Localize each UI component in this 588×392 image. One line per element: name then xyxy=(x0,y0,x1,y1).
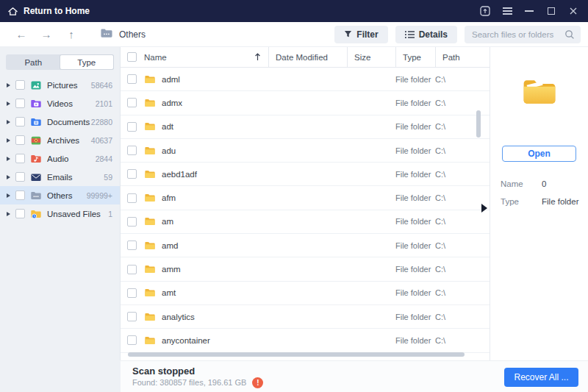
category-count: 22880 xyxy=(91,118,112,126)
sidebar-item-others[interactable]: Others 99999+ xyxy=(0,186,120,204)
column-header-type[interactable]: Type xyxy=(395,47,435,67)
filter-label: Filter xyxy=(356,29,378,40)
folder-icon xyxy=(144,192,156,204)
return-to-home-button[interactable]: Return to Home xyxy=(7,6,90,17)
search-input[interactable] xyxy=(472,30,564,39)
panel-collapse-arrow-icon[interactable] xyxy=(481,204,487,213)
sidebar-item-audio[interactable]: Audio 2844 xyxy=(0,149,120,168)
select-all-checkbox[interactable] xyxy=(127,52,137,62)
category-checkbox[interactable] xyxy=(15,209,25,218)
open-button[interactable]: Open xyxy=(502,146,576,162)
titlebar-controls xyxy=(479,5,579,17)
expand-arrow-icon[interactable] xyxy=(7,138,10,143)
file-row[interactable]: amt File folder C:\ xyxy=(121,282,490,305)
sidebar-item-videos[interactable]: Videos 2101 xyxy=(0,94,120,113)
category-checkbox[interactable] xyxy=(15,99,25,108)
folder-icon xyxy=(144,287,156,299)
category-tree: Pictures 58646 Videos 2101 Documents 228… xyxy=(0,76,120,223)
row-checkbox[interactable] xyxy=(127,217,137,227)
file-type: File folder xyxy=(395,99,435,107)
row-checkbox[interactable] xyxy=(127,74,137,84)
file-row[interactable]: amd File folder C:\ xyxy=(121,234,490,257)
category-checkbox[interactable] xyxy=(15,135,25,145)
row-checkbox[interactable] xyxy=(127,288,137,298)
tab-path[interactable]: Path xyxy=(7,55,60,69)
menu-icon[interactable] xyxy=(501,5,513,17)
category-label: Pictures xyxy=(47,81,91,90)
category-checkbox[interactable] xyxy=(15,117,25,126)
row-checkbox[interactable] xyxy=(127,265,137,274)
expand-arrow-icon[interactable] xyxy=(7,101,10,106)
row-checkbox[interactable] xyxy=(127,312,137,321)
column-header-name[interactable]: Name xyxy=(144,53,268,62)
category-count: 58646 xyxy=(91,81,112,90)
file-name: amm xyxy=(162,265,268,274)
recover-all-button[interactable]: Recover All ... xyxy=(504,368,578,387)
file-path: C:\ xyxy=(435,170,485,179)
column-header-date-modified[interactable]: Date Modified xyxy=(268,47,347,67)
tab-type[interactable]: Type xyxy=(60,55,114,69)
row-checkbox[interactable] xyxy=(127,335,137,345)
footer-sidebar-background xyxy=(0,360,121,392)
folder-icon xyxy=(144,121,156,132)
category-checkbox[interactable] xyxy=(15,154,25,163)
back-button[interactable]: ← xyxy=(9,28,34,40)
category-checkbox[interactable] xyxy=(15,80,25,90)
row-checkbox[interactable] xyxy=(127,122,137,132)
sort-ascending-icon[interactable] xyxy=(254,53,261,61)
breadcrumb[interactable]: Others xyxy=(100,26,146,42)
column-header-path[interactable]: Path xyxy=(435,47,485,67)
expand-arrow-icon[interactable] xyxy=(7,193,10,198)
file-row[interactable]: aebd1adf File folder C:\ xyxy=(121,163,490,186)
row-checkbox[interactable] xyxy=(127,193,137,203)
file-row[interactable]: adu File folder C:\ xyxy=(121,139,490,163)
detail-value-name: 0 xyxy=(542,179,546,188)
row-checkbox[interactable] xyxy=(127,146,137,155)
sidebar-item-documents[interactable]: Documents 22880 xyxy=(0,113,120,131)
file-row[interactable]: am File folder C:\ xyxy=(121,210,490,234)
file-row[interactable]: anycontainer File folder C:\ xyxy=(121,329,490,352)
sidebar-item-emails[interactable]: Emails 59 xyxy=(0,168,120,186)
category-checkbox[interactable] xyxy=(15,172,25,182)
filter-button[interactable]: Filter xyxy=(334,26,387,43)
file-path: C:\ xyxy=(435,241,485,250)
sidebar-item-pictures[interactable]: Pictures 58646 xyxy=(0,76,120,94)
details-button[interactable]: Details xyxy=(395,26,457,43)
file-row[interactable]: admx File folder C:\ xyxy=(121,91,490,115)
scan-status-block: Scan stopped Found: 380857 files, 196.61… xyxy=(132,366,263,388)
maximize-icon[interactable] xyxy=(545,5,557,17)
row-checkbox[interactable] xyxy=(127,98,137,107)
search-icon[interactable] xyxy=(564,29,575,40)
file-row[interactable]: adml File folder C:\ xyxy=(121,68,490,91)
horizontal-scrollbar[interactable] xyxy=(128,352,465,357)
expand-arrow-icon[interactable] xyxy=(7,175,10,179)
warning-icon[interactable]: ! xyxy=(252,377,263,388)
category-checkbox[interactable] xyxy=(15,190,25,200)
expand-arrow-icon[interactable] xyxy=(7,83,10,88)
forward-button[interactable]: → xyxy=(34,28,59,40)
row-checkbox[interactable] xyxy=(127,169,137,179)
file-row[interactable]: afm File folder C:\ xyxy=(121,186,490,210)
folder-icon xyxy=(144,311,156,323)
sidebar-item-archives[interactable]: Archives 40637 xyxy=(0,131,120,149)
search-box[interactable] xyxy=(465,26,581,43)
vertical-scrollbar[interactable] xyxy=(476,110,481,138)
file-row[interactable]: amm File folder C:\ xyxy=(121,257,490,281)
upgrade-icon[interactable] xyxy=(479,5,491,17)
sidebar-item-unsaved-files[interactable]: Unsaved Files 1 xyxy=(0,204,120,223)
row-checkbox[interactable] xyxy=(127,240,137,250)
minimize-icon[interactable] xyxy=(523,5,535,17)
column-header-size[interactable]: Size xyxy=(347,47,395,67)
file-row[interactable]: adt File folder C:\ xyxy=(121,115,490,139)
file-path: C:\ xyxy=(435,193,485,202)
folder-icon xyxy=(144,240,156,252)
file-row[interactable]: analytics File folder C:\ xyxy=(121,305,490,329)
folder-icon xyxy=(144,335,156,346)
up-button[interactable]: ↑ xyxy=(59,28,84,40)
file-list: Name Date Modified Size Type Path adml F… xyxy=(121,47,490,360)
expand-arrow-icon[interactable] xyxy=(7,157,10,161)
expand-arrow-icon[interactable] xyxy=(7,212,10,216)
expand-arrow-icon[interactable] xyxy=(7,120,10,124)
close-icon[interactable] xyxy=(567,5,579,17)
file-type: File folder xyxy=(395,193,435,202)
